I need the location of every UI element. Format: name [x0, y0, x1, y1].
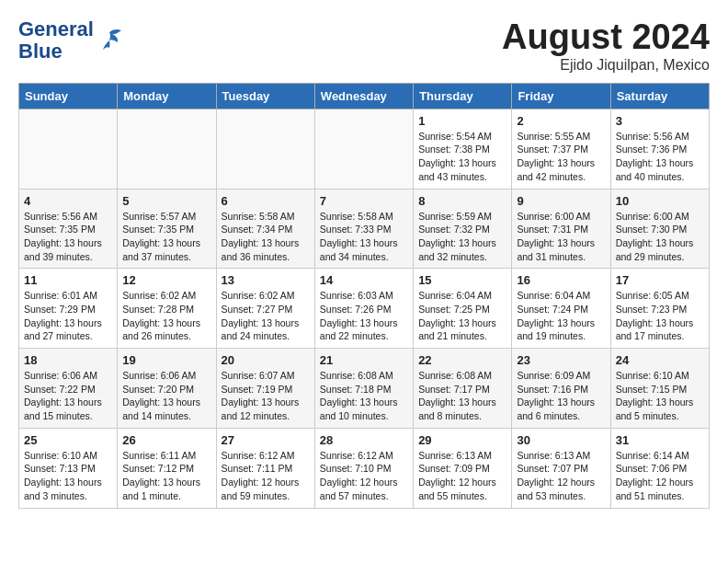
day-number: 14: [320, 273, 408, 287]
day-number: 13: [222, 273, 310, 287]
day-number: 27: [222, 433, 310, 447]
day-detail: Sunrise: 6:13 AM Sunset: 7:09 PM Dayligh…: [418, 449, 506, 503]
weekday-header-cell: Sunday: [19, 83, 118, 109]
calendar-body: 1Sunrise: 5:54 AM Sunset: 7:38 PM Daylig…: [19, 109, 710, 508]
day-detail: Sunrise: 6:05 AM Sunset: 7:23 PM Dayligh…: [616, 289, 704, 343]
day-number: 12: [122, 273, 210, 287]
calendar-week-row: 18Sunrise: 6:06 AM Sunset: 7:22 PM Dayli…: [19, 349, 710, 429]
day-number: 29: [418, 433, 506, 447]
logo-text: GeneralBlue: [18, 18, 94, 63]
day-number: 5: [122, 194, 210, 208]
day-number: 7: [320, 194, 408, 208]
day-detail: Sunrise: 5:58 AM Sunset: 7:33 PM Dayligh…: [320, 210, 408, 264]
day-number: 3: [616, 114, 704, 128]
day-detail: Sunrise: 6:07 AM Sunset: 7:19 PM Dayligh…: [222, 369, 310, 423]
calendar-day-cell: 4Sunrise: 5:56 AM Sunset: 7:35 PM Daylig…: [19, 189, 118, 269]
day-number: 11: [24, 273, 112, 287]
weekday-header-cell: Thursday: [414, 83, 512, 109]
day-number: 21: [320, 353, 408, 367]
day-detail: Sunrise: 6:02 AM Sunset: 7:28 PM Dayligh…: [122, 289, 210, 343]
calendar-day-cell: 30Sunrise: 6:13 AM Sunset: 7:07 PM Dayli…: [512, 428, 610, 508]
day-detail: Sunrise: 6:06 AM Sunset: 7:20 PM Dayligh…: [122, 369, 210, 423]
day-number: 24: [616, 353, 704, 367]
calendar-day-cell: 21Sunrise: 6:08 AM Sunset: 7:18 PM Dayli…: [314, 349, 413, 429]
calendar-day-cell: 11Sunrise: 6:01 AM Sunset: 7:29 PM Dayli…: [19, 269, 118, 349]
day-number: 15: [418, 273, 506, 287]
day-detail: Sunrise: 6:04 AM Sunset: 7:25 PM Dayligh…: [418, 289, 506, 343]
calendar-day-cell: 19Sunrise: 6:06 AM Sunset: 7:20 PM Dayli…: [118, 349, 216, 429]
weekday-header-cell: Monday: [118, 83, 216, 109]
day-detail: Sunrise: 6:06 AM Sunset: 7:22 PM Dayligh…: [24, 369, 112, 423]
day-detail: Sunrise: 6:03 AM Sunset: 7:26 PM Dayligh…: [320, 289, 408, 343]
calendar-day-cell: 12Sunrise: 6:02 AM Sunset: 7:28 PM Dayli…: [118, 269, 216, 349]
day-number: 16: [517, 273, 605, 287]
day-number: 26: [122, 433, 210, 447]
day-number: 8: [418, 194, 506, 208]
calendar-day-cell: 22Sunrise: 6:08 AM Sunset: 7:17 PM Dayli…: [414, 349, 512, 429]
month-year-title: August 2024: [502, 18, 710, 57]
calendar-table: SundayMondayTuesdayWednesdayThursdayFrid…: [18, 83, 710, 509]
day-detail: Sunrise: 5:57 AM Sunset: 7:35 PM Dayligh…: [122, 210, 210, 264]
calendar-day-cell: 10Sunrise: 6:00 AM Sunset: 7:30 PM Dayli…: [610, 189, 709, 269]
day-detail: Sunrise: 6:04 AM Sunset: 7:24 PM Dayligh…: [517, 289, 605, 343]
calendar-day-cell: [314, 109, 413, 189]
calendar-week-row: 4Sunrise: 5:56 AM Sunset: 7:35 PM Daylig…: [19, 189, 710, 269]
calendar-day-cell: 7Sunrise: 5:58 AM Sunset: 7:33 PM Daylig…: [314, 189, 413, 269]
day-number: 22: [418, 353, 506, 367]
day-number: 19: [122, 353, 210, 367]
location-subtitle: Ejido Jiquilpan, Mexico: [502, 57, 710, 74]
day-detail: Sunrise: 6:11 AM Sunset: 7:12 PM Dayligh…: [122, 449, 210, 503]
day-detail: Sunrise: 6:08 AM Sunset: 7:18 PM Dayligh…: [320, 369, 408, 423]
logo-bird-icon: [96, 28, 123, 53]
day-number: 9: [517, 194, 605, 208]
day-number: 25: [24, 433, 112, 447]
day-detail: Sunrise: 6:08 AM Sunset: 7:17 PM Dayligh…: [418, 369, 506, 423]
day-detail: Sunrise: 6:09 AM Sunset: 7:16 PM Dayligh…: [517, 369, 605, 423]
calendar-day-cell: [216, 109, 314, 189]
day-number: 4: [24, 194, 112, 208]
day-detail: Sunrise: 5:59 AM Sunset: 7:32 PM Dayligh…: [418, 210, 506, 264]
calendar-day-cell: 5Sunrise: 5:57 AM Sunset: 7:35 PM Daylig…: [118, 189, 216, 269]
calendar-week-row: 25Sunrise: 6:10 AM Sunset: 7:13 PM Dayli…: [19, 428, 710, 508]
calendar-day-cell: 31Sunrise: 6:14 AM Sunset: 7:06 PM Dayli…: [610, 428, 709, 508]
calendar-day-cell: 26Sunrise: 6:11 AM Sunset: 7:12 PM Dayli…: [118, 428, 216, 508]
calendar-day-cell: 20Sunrise: 6:07 AM Sunset: 7:19 PM Dayli…: [216, 349, 314, 429]
weekday-header-cell: Tuesday: [216, 83, 314, 109]
calendar-day-cell: [19, 109, 118, 189]
calendar-day-cell: 18Sunrise: 6:06 AM Sunset: 7:22 PM Dayli…: [19, 349, 118, 429]
calendar-day-cell: 27Sunrise: 6:12 AM Sunset: 7:11 PM Dayli…: [216, 428, 314, 508]
day-detail: Sunrise: 6:00 AM Sunset: 7:30 PM Dayligh…: [616, 210, 704, 264]
calendar-day-cell: 25Sunrise: 6:10 AM Sunset: 7:13 PM Dayli…: [19, 428, 118, 508]
calendar-day-cell: 29Sunrise: 6:13 AM Sunset: 7:09 PM Dayli…: [414, 428, 512, 508]
calendar-day-cell: 24Sunrise: 6:10 AM Sunset: 7:15 PM Dayli…: [610, 349, 709, 429]
day-detail: Sunrise: 6:02 AM Sunset: 7:27 PM Dayligh…: [222, 289, 310, 343]
calendar-day-cell: 28Sunrise: 6:12 AM Sunset: 7:10 PM Dayli…: [314, 428, 413, 508]
day-number: 6: [222, 194, 310, 208]
day-number: 28: [320, 433, 408, 447]
day-detail: Sunrise: 5:55 AM Sunset: 7:37 PM Dayligh…: [517, 130, 605, 184]
calendar-day-cell: 16Sunrise: 6:04 AM Sunset: 7:24 PM Dayli…: [512, 269, 610, 349]
day-detail: Sunrise: 6:10 AM Sunset: 7:13 PM Dayligh…: [24, 449, 112, 503]
day-detail: Sunrise: 6:00 AM Sunset: 7:31 PM Dayligh…: [517, 210, 605, 264]
calendar-day-cell: 17Sunrise: 6:05 AM Sunset: 7:23 PM Dayli…: [610, 269, 709, 349]
calendar-week-row: 11Sunrise: 6:01 AM Sunset: 7:29 PM Dayli…: [19, 269, 710, 349]
calendar-day-cell: [118, 109, 216, 189]
day-number: 30: [517, 433, 605, 447]
day-detail: Sunrise: 6:12 AM Sunset: 7:11 PM Dayligh…: [222, 449, 310, 503]
day-detail: Sunrise: 6:10 AM Sunset: 7:15 PM Dayligh…: [616, 369, 704, 423]
calendar-day-cell: 14Sunrise: 6:03 AM Sunset: 7:26 PM Dayli…: [314, 269, 413, 349]
weekday-header-row: SundayMondayTuesdayWednesdayThursdayFrid…: [19, 83, 710, 109]
calendar-day-cell: 3Sunrise: 5:56 AM Sunset: 7:36 PM Daylig…: [610, 109, 709, 189]
day-detail: Sunrise: 6:14 AM Sunset: 7:06 PM Dayligh…: [616, 449, 704, 503]
calendar-day-cell: 13Sunrise: 6:02 AM Sunset: 7:27 PM Dayli…: [216, 269, 314, 349]
day-detail: Sunrise: 6:13 AM Sunset: 7:07 PM Dayligh…: [517, 449, 605, 503]
day-number: 1: [418, 114, 506, 128]
day-number: 2: [517, 114, 605, 128]
calendar-day-cell: 1Sunrise: 5:54 AM Sunset: 7:38 PM Daylig…: [414, 109, 512, 189]
title-block: August 2024 Ejido Jiquilpan, Mexico: [502, 18, 710, 74]
day-number: 31: [616, 433, 704, 447]
day-detail: Sunrise: 5:54 AM Sunset: 7:38 PM Dayligh…: [418, 130, 506, 184]
calendar-week-row: 1Sunrise: 5:54 AM Sunset: 7:38 PM Daylig…: [19, 109, 710, 189]
logo: GeneralBlue: [18, 18, 123, 63]
page-header: GeneralBlue August 2024 Ejido Jiquilpan,…: [18, 18, 710, 74]
